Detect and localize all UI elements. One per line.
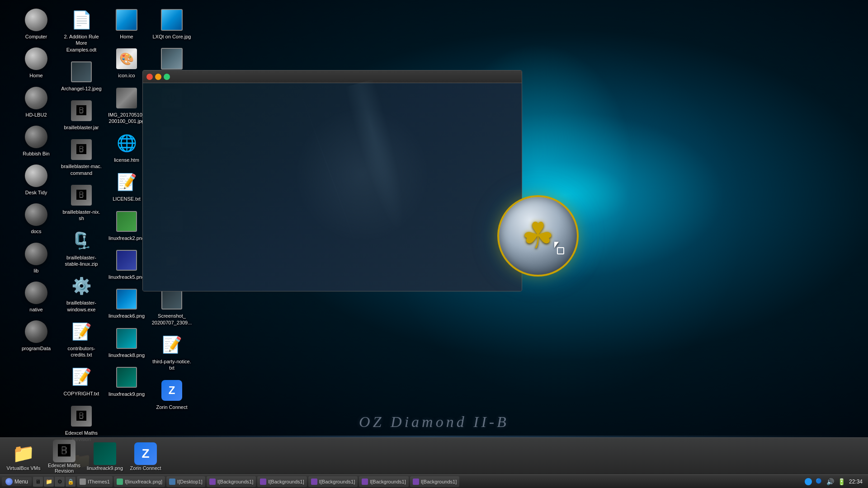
emblem-symbol: ☘ bbox=[522, 218, 554, 254]
task-label-themes: IThemes1 bbox=[88, 479, 110, 484]
network-indicator[interactable] bbox=[805, 478, 812, 485]
desktop-icon-rubbish-bin[interactable]: Rubbish Bin bbox=[14, 122, 59, 160]
task-icon-themes bbox=[80, 479, 86, 485]
dock-icon-virtualbox[interactable]: 📁 VirtualBox VMs bbox=[5, 442, 42, 471]
taskbar-task-bg1[interactable]: I[Backgrounds1] bbox=[207, 476, 256, 487]
taskbar-task-desktop1[interactable]: I[Desktop1] bbox=[166, 476, 205, 487]
taskbar-task-themes[interactable]: IThemes1 bbox=[77, 476, 113, 487]
task-label-bg2: I[Backgrounds1] bbox=[268, 479, 304, 484]
taskbar-task-linuxfreack[interactable]: I[linuxfreack.png] bbox=[114, 476, 165, 487]
desktop-icon-home[interactable]: Home bbox=[14, 43, 59, 82]
quicklaunch-2[interactable]: 📁 bbox=[44, 477, 54, 487]
desktop-icon-copyright[interactable]: 📝 COPYRIGHT.txt bbox=[59, 361, 104, 400]
desktop-icon-lxqt-core[interactable]: LXQt on Core.jpg bbox=[149, 5, 194, 43]
desktop-icon-linuxfreack9[interactable]: linuxfreack9.png bbox=[104, 362, 149, 401]
menu-label: Menu bbox=[14, 479, 28, 485]
task-icon-bg3 bbox=[311, 479, 317, 485]
quicklaunch-1[interactable]: 🖥 bbox=[33, 477, 43, 487]
desktop-icon-computer[interactable]: Computer bbox=[14, 5, 59, 43]
task-label-bg4: I[Backgrounds1] bbox=[370, 479, 406, 484]
task-icon-desktop1 bbox=[169, 479, 175, 485]
bottom-dock: 📁 VirtualBox VMs 🅱 Edexcel MathsRevision… bbox=[0, 437, 868, 474]
taskbar-task-bg3[interactable]: I[Backgrounds1] bbox=[308, 476, 358, 487]
window-close-button[interactable] bbox=[146, 74, 153, 80]
desktop-icon-docs[interactable]: docs bbox=[14, 199, 59, 238]
emblem-circle: ☘ bbox=[497, 195, 579, 277]
desktop-icon-addition-rule[interactable]: 📄 2. Addition RuleMore Examples.odt bbox=[59, 5, 104, 56]
clock: 22:34 bbox=[849, 479, 863, 485]
taskbar-task-bg4[interactable]: I[Backgrounds1] bbox=[359, 476, 409, 487]
desktop-icon-native[interactable]: native bbox=[14, 277, 59, 316]
task-label-bg3: I[Backgrounds1] bbox=[319, 479, 355, 484]
file-window-titlebar bbox=[143, 70, 522, 83]
desktop-icon-brailleblaster-win[interactable]: ⚙️ brailleblaster-windows.exe bbox=[59, 271, 104, 316]
quicklaunch-4[interactable]: 🔒 bbox=[66, 477, 75, 487]
window-minimize-button[interactable] bbox=[155, 74, 161, 80]
desktop-icon-brailleblaster-stable[interactable]: 🗜️ brailleblaster-stable-linux.zip bbox=[59, 225, 104, 271]
task-icon-bg1 bbox=[209, 479, 216, 485]
celtic-emblem: ☘ bbox=[497, 195, 579, 277]
desktop-icon-hd-lbu2[interactable]: HD-LBU2 bbox=[14, 83, 59, 122]
desktop-icon-zorin-connect[interactable]: Z Zorin Connect bbox=[149, 375, 194, 414]
task-icon-bg2 bbox=[260, 479, 266, 485]
task-label-desktop1: I[Desktop1] bbox=[177, 479, 203, 484]
taskbar: Menu 🖥 📁 ⚙ 🔒 IThemes1 I[linuxfreack.png]… bbox=[0, 474, 868, 488]
desktop-icon-archangel[interactable]: Archangel-12.jpeg bbox=[59, 56, 104, 95]
task-label-linuxfreack: I[linuxfreack.png] bbox=[125, 479, 162, 484]
desktop-icon-programdata[interactable]: programData bbox=[14, 316, 59, 355]
desktop-icon-brailleblaster-jar[interactable]: 🅱 brailleblaster.jar bbox=[59, 95, 104, 134]
desktop-icon-brailleblaster-nix[interactable]: 🅱 brailleblaster-nix.sh bbox=[59, 180, 104, 225]
taskbar-task-bg2[interactable]: I[Backgrounds1] bbox=[257, 476, 307, 487]
battery-icon: 🔋 bbox=[838, 478, 845, 485]
window-maximize-button[interactable] bbox=[164, 74, 170, 80]
dock-icon-linuxfreack9[interactable]: linuxfreack9.png bbox=[87, 442, 123, 471]
taskbar-task-bg5[interactable]: I[Backgrounds1] bbox=[410, 476, 460, 487]
dock-icon-edexcel[interactable]: 🅱 Edexcel MathsRevision bbox=[46, 439, 82, 474]
task-label-bg1: I[Backgrounds1] bbox=[217, 479, 254, 484]
quicklaunch-3[interactable]: ⚙ bbox=[55, 477, 65, 487]
dock-icon-zorin-connect[interactable]: Z Zorin Connect bbox=[127, 442, 164, 471]
file-manager-window bbox=[142, 70, 522, 291]
task-label-bg5: I[Backgrounds1] bbox=[421, 479, 457, 484]
desktop-icon-home-img[interactable]: Home bbox=[104, 5, 149, 43]
menu-button[interactable]: Menu bbox=[2, 477, 32, 486]
desktop-col-2: 📄 2. Addition RuleMore Examples.odt Arch… bbox=[59, 5, 104, 485]
desktop-icon-lib[interactable]: lib bbox=[14, 239, 59, 277]
bluetooth-indicator[interactable]: 🔵 bbox=[816, 478, 823, 485]
taskbar-right: 🔵 🔊 🔋 22:34 bbox=[805, 478, 866, 485]
task-icon-linuxfreack bbox=[117, 479, 123, 485]
desktop-col-1: Computer Home HD-LBU2 Rubbish Bin Desk T… bbox=[14, 5, 59, 356]
desktop-icon-brailleblaster-mac[interactable]: 🅱 brailleblaster-mac.command bbox=[59, 134, 104, 180]
desktop-icon-linuxfreack8[interactable]: linuxfreack8.png bbox=[104, 323, 149, 362]
volume-icon[interactable]: 🔊 bbox=[826, 478, 834, 485]
quick-launch: 🖥 📁 ⚙ 🔒 bbox=[33, 477, 75, 487]
task-icon-bg5 bbox=[413, 479, 419, 485]
desktop-icon-desk-tidy[interactable]: Desk Tidy bbox=[14, 160, 59, 199]
desktop-icon-third-party[interactable]: 📝 third-party-notice.txt bbox=[149, 329, 194, 375]
desktop-icon-contributors[interactable]: 📝 contributors-credits.txt bbox=[59, 316, 104, 362]
task-icon-bg4 bbox=[362, 479, 368, 485]
menu-icon bbox=[5, 478, 13, 485]
